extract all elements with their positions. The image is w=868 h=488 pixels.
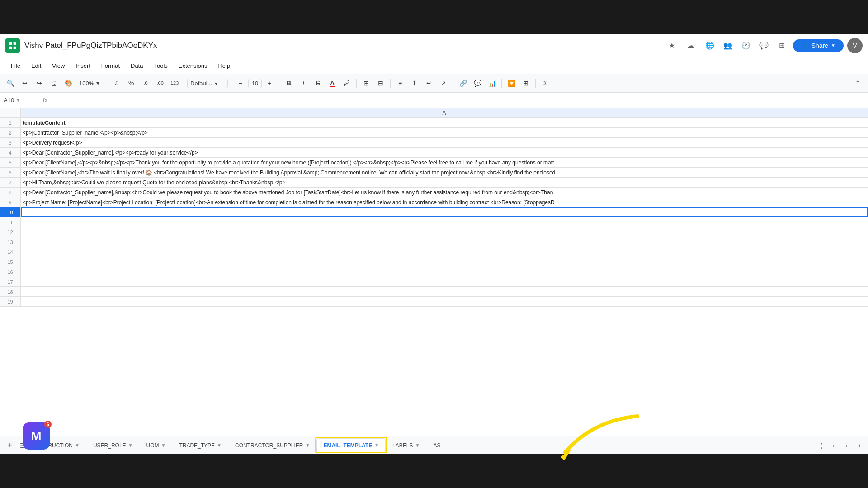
comment-icon[interactable]: 💬 [757, 38, 771, 53]
table-row[interactable]: 4<p>Dear [Contractor_Supplier_name],</p>… [0, 148, 868, 158]
table-row[interactable]: 16 [0, 267, 868, 277]
decimal-decrease-btn[interactable]: .0 [139, 77, 152, 89]
cell-content[interactable]: <p>Dear [Contractor_Supplier_name],</p><… [21, 148, 868, 157]
table-row[interactable]: 11 [0, 217, 868, 227]
font-selector[interactable]: Defaul... ▼ [187, 79, 228, 88]
table-row[interactable]: 9<p>Project Name: [ProjectName]<br>Proje… [0, 197, 868, 207]
font-size-input[interactable]: 10 [248, 79, 262, 88]
paint-format-btn[interactable]: 🎨 [61, 77, 75, 89]
link-btn[interactable]: 🔗 [456, 77, 470, 89]
percent-btn[interactable]: % [124, 77, 138, 89]
tab-user-role[interactable]: USER_ROLE ▼ [86, 438, 140, 453]
table-row[interactable]: 17 [0, 277, 868, 287]
text-wrap-btn[interactable]: ↵ [422, 77, 436, 89]
menu-extensions[interactable]: Extensions [174, 61, 212, 71]
menu-edit[interactable]: Edit [27, 61, 46, 71]
cell-content[interactable] [21, 297, 868, 306]
cell-content[interactable]: <p>Dear [ClientName],</p><p>&nbsp;</p><p… [21, 158, 868, 167]
cell-content[interactable]: templateContent [21, 118, 868, 127]
cell-content[interactable] [21, 287, 868, 296]
menu-help[interactable]: Help [213, 61, 235, 71]
menu-data[interactable]: Data [126, 61, 147, 71]
font-size-decrease-btn[interactable]: − [234, 77, 247, 89]
text-color-btn[interactable]: A [326, 77, 339, 89]
filter-views-btn[interactable]: ⊞ [519, 77, 533, 89]
table-row[interactable]: 19 [0, 297, 868, 307]
add-sheet-button[interactable]: + [4, 439, 16, 452]
table-row[interactable]: 2<p>[Contractor_Supplier_name]</p><p>&nb… [0, 128, 868, 138]
table-row[interactable]: 14 [0, 247, 868, 257]
cell-content[interactable] [21, 237, 868, 247]
search-toolbar-btn[interactable]: 🔍 [4, 77, 17, 89]
borders-btn[interactable]: ⊞ [359, 77, 373, 89]
tab-nav-prev-prev[interactable]: ⟨ [816, 440, 826, 451]
valign-btn[interactable]: ⬍ [408, 77, 421, 89]
table-row[interactable]: 5<p>Dear [ClientName],</p><p>&nbsp;</p><… [0, 158, 868, 168]
tab-nav-prev[interactable]: ‹ [828, 440, 839, 451]
table-row[interactable]: 1templateContent [0, 118, 868, 128]
print-btn[interactable]: 🖨 [47, 77, 61, 89]
collapse-btn[interactable]: ⌃ [851, 77, 864, 89]
align-btn[interactable]: ≡ [393, 77, 407, 89]
history-icon[interactable]: 🕐 [739, 38, 753, 53]
grid-view-icon[interactable]: ⊞ [775, 38, 789, 53]
text-rotation-btn[interactable]: ↗ [437, 77, 450, 89]
cell-content[interactable]: <p>Delivery request</p> [21, 138, 868, 147]
cell-content[interactable] [21, 257, 868, 267]
menu-file[interactable]: File [6, 61, 25, 71]
table-row[interactable]: 8<p>Dear [Contractor_Supplier_name],&nbs… [0, 188, 868, 197]
menu-insert[interactable]: Insert [71, 61, 95, 71]
table-row[interactable]: 18 [0, 287, 868, 297]
col-header-a[interactable]: A [21, 108, 868, 117]
table-row[interactable]: 12 [0, 227, 868, 237]
cell-content[interactable] [21, 267, 868, 277]
highlight-color-btn[interactable]: 🖊 [340, 77, 354, 89]
table-row[interactable]: 15 [0, 257, 868, 267]
cell-content[interactable]: <p>Dear [Contractor_Supplier_name],&nbsp… [21, 188, 868, 197]
cell-content[interactable]: <p>[Contractor_Supplier_name]</p><p>&nbs… [21, 128, 868, 137]
cell-content[interactable] [21, 247, 868, 257]
table-row[interactable]: 7<p>Hi Team,&nbsp;<br>Could we please re… [0, 178, 868, 188]
tab-labels[interactable]: LABELS ▼ [386, 438, 426, 453]
tab-nav-next-next[interactable]: ⟩ [854, 440, 864, 451]
tab-trade-type[interactable]: TRADE_TYPE ▼ [172, 438, 228, 453]
cell-reference[interactable]: A10 ▼ [0, 93, 38, 108]
table-row[interactable]: 6<p>Dear [ClientName],<br>The wait is fi… [0, 168, 868, 178]
chart-btn[interactable]: 📊 [485, 77, 499, 89]
cell-content[interactable]: <p>Project Name: [ProjectName]<br>Projec… [21, 197, 868, 207]
format-number-btn[interactable]: 123 [168, 77, 181, 89]
filter-btn[interactable]: 🔽 [505, 77, 518, 89]
tab-email-template[interactable]: EMAIL_TEMPLATE ▼ [316, 438, 386, 453]
menu-view[interactable]: View [47, 61, 69, 71]
tab-as[interactable]: AS [426, 438, 447, 453]
people-icon[interactable]: 👥 [721, 38, 735, 53]
share-button[interactable]: 👤 Share ▼ [793, 39, 844, 52]
tab-uom[interactable]: UOM ▼ [140, 438, 173, 453]
undo-btn[interactable]: ↩ [18, 77, 32, 89]
earth-icon[interactable]: 🌐 [703, 38, 717, 53]
cloud-icon[interactable]: ☁ [684, 38, 698, 53]
table-row[interactable]: 10 [0, 207, 868, 217]
functions-btn[interactable]: Σ [538, 77, 552, 89]
comment-add-btn[interactable]: 💬 [471, 77, 484, 89]
decimal-increase-btn[interactable]: .00 [153, 77, 167, 89]
app-icon[interactable]: M 6 [23, 422, 50, 450]
table-row[interactable]: 3<p>Delivery request</p> [0, 138, 868, 148]
redo-btn[interactable]: ↪ [33, 77, 46, 89]
user-avatar[interactable]: V [847, 38, 863, 53]
merge-btn[interactable]: ⊟ [374, 77, 387, 89]
tab-nav-next[interactable]: › [841, 440, 852, 451]
strikethrough-btn[interactable]: S [311, 77, 325, 89]
cell-content[interactable] [21, 227, 868, 237]
zoom-control[interactable]: 100% ▼ [76, 80, 104, 87]
cell-content[interactable]: <p>Hi Team,&nbsp;<br>Could we please req… [21, 178, 868, 187]
menu-tools[interactable]: Tools [149, 61, 172, 71]
cell-ref-dropdown[interactable]: ▼ [16, 98, 20, 103]
tab-contractor-supplier[interactable]: CONTRACTOR_SUPPLIER ▼ [228, 438, 316, 453]
menu-format[interactable]: Format [97, 61, 124, 71]
table-row[interactable]: 13 [0, 237, 868, 247]
cell-content[interactable] [21, 207, 868, 217]
italic-btn[interactable]: I [297, 77, 310, 89]
cell-content[interactable]: <p>Dear [ClientName],<br>The wait is fin… [21, 168, 868, 177]
cell-content[interactable] [21, 217, 868, 227]
